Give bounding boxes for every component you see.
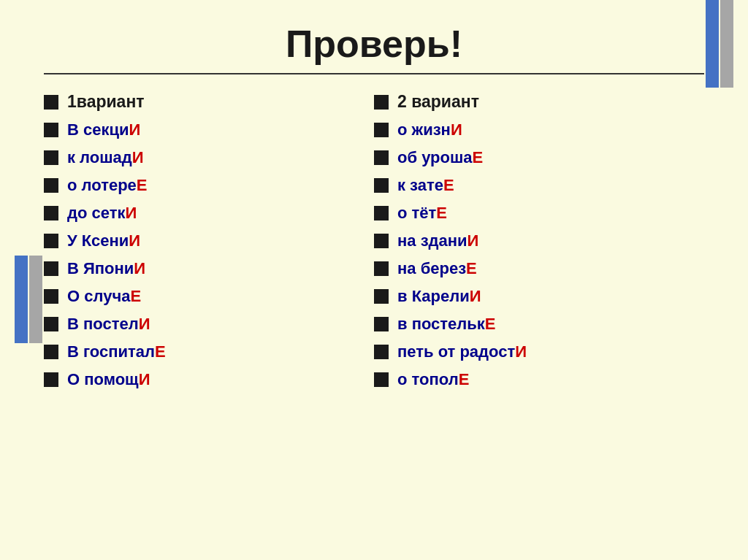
item-text: петь от радостИ — [397, 342, 527, 361]
bullet-icon — [374, 372, 389, 387]
main-columns: 1вариант В секциИ к лошадИ о лотереЕ до … — [44, 88, 704, 394]
list-item: В госпиталЕ — [44, 338, 374, 366]
list-item: О помощИ — [44, 366, 374, 394]
bullet-icon — [374, 178, 389, 193]
divider — [44, 73, 704, 74]
bullet-icon — [44, 206, 58, 220]
list-item: петь от радостИ — [374, 338, 704, 366]
list-item: о лотереЕ — [44, 172, 374, 199]
list-item: на зданиИ — [374, 227, 704, 255]
bullet-icon — [374, 206, 389, 220]
list-item: в постелькЕ — [374, 310, 704, 338]
bullet-icon — [374, 261, 389, 276]
item-text: В секциИ — [67, 120, 140, 139]
list-item: о жизнИ — [374, 116, 704, 144]
list-item: У КсениИ — [44, 227, 374, 255]
column1-header: 1вариант — [44, 88, 374, 116]
bullet-icon — [44, 289, 58, 304]
item-text: о тётЕ — [397, 204, 447, 223]
column2-header-label: 2 вариант — [397, 92, 479, 112]
bullet-icon — [44, 372, 58, 387]
bullet-icon — [44, 345, 58, 359]
item-text: в постелькЕ — [397, 315, 496, 334]
item-text: В госпиталЕ — [67, 342, 166, 361]
deco-bar-blue-left — [15, 256, 28, 343]
page: Проверь! 1вариант В секциИ к лошадИ о ло… — [0, 0, 748, 560]
deco-bar-gray-right — [720, 0, 733, 88]
column1-header-label: 1вариант — [67, 92, 145, 112]
bullet-icon — [374, 123, 389, 137]
item-text: О случаЕ — [67, 287, 141, 306]
bullet-icon — [44, 95, 58, 110]
item-text: на березЕ — [397, 259, 477, 278]
item-text: на зданиИ — [397, 231, 478, 250]
item-text: о тополЕ — [397, 370, 469, 389]
item-text: к затеЕ — [397, 176, 454, 195]
column-1: 1вариант В секциИ к лошадИ о лотереЕ до … — [44, 88, 374, 394]
list-item: в КарелиИ — [374, 283, 704, 310]
item-text: до сеткИ — [67, 204, 137, 223]
bullet-icon — [44, 317, 58, 331]
item-text: к лошадИ — [67, 148, 144, 167]
bullet-icon — [374, 234, 389, 248]
page-title: Проверь! — [44, 15, 704, 66]
bullet-icon — [374, 150, 389, 165]
list-item: В секциИ — [44, 116, 374, 144]
item-text: В ЯпониИ — [67, 259, 145, 278]
list-item: об урошаЕ — [374, 144, 704, 172]
list-item: к лошадИ — [44, 144, 374, 172]
list-item: В ЯпониИ — [44, 255, 374, 283]
bullet-icon — [44, 150, 58, 165]
list-item: на березЕ — [374, 255, 704, 283]
bullet-icon — [374, 345, 389, 359]
list-item: о тётЕ — [374, 199, 704, 227]
bullet-icon — [374, 289, 389, 304]
item-text: У КсениИ — [67, 231, 140, 250]
list-item: к затеЕ — [374, 172, 704, 199]
bullet-icon — [44, 123, 58, 137]
item-text: о лотереЕ — [67, 176, 148, 195]
column2-header: 2 вариант — [374, 88, 704, 116]
item-text: О помощИ — [67, 370, 150, 389]
list-item: О случаЕ — [44, 283, 374, 310]
bullet-icon — [44, 234, 58, 248]
deco-bar-blue-right — [706, 0, 719, 88]
list-item: В постелИ — [44, 310, 374, 338]
item-text: В постелИ — [67, 315, 150, 334]
item-text: о жизнИ — [397, 120, 462, 139]
deco-bar-gray-left — [29, 256, 42, 343]
bullet-icon — [44, 178, 58, 193]
bullet-icon — [374, 95, 389, 110]
column-2: 2 вариант о жизнИ об урошаЕ к затеЕ о тё… — [374, 88, 704, 394]
bullet-icon — [374, 317, 389, 331]
list-item: о тополЕ — [374, 366, 704, 394]
item-text: в КарелиИ — [397, 287, 481, 306]
list-item: до сеткИ — [44, 199, 374, 227]
item-text: об урошаЕ — [397, 148, 483, 167]
bullet-icon — [44, 261, 58, 276]
